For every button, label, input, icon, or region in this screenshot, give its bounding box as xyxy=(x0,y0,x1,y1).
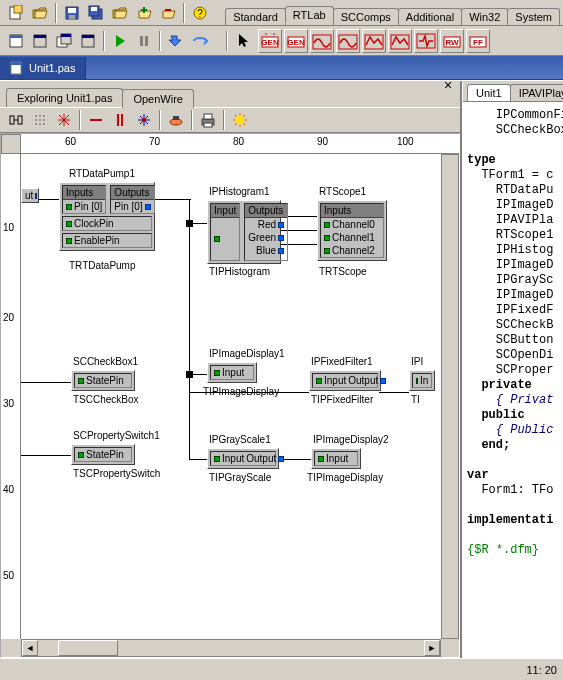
code-line: { Public xyxy=(467,423,553,437)
separator xyxy=(55,3,57,23)
pause-button[interactable] xyxy=(133,30,155,52)
pin-label: Input xyxy=(222,453,244,464)
palette-tab-standard[interactable]: Standard xyxy=(225,8,286,25)
palette-component-8[interactable]: RW xyxy=(440,29,464,53)
component-rtdatapump[interactable]: Inputs Pin [0] Outputs Pin [0] ClockPin … xyxy=(59,182,155,251)
component-rtscope[interactable]: Inputs Channel0 Channel1 Channel2 xyxy=(317,200,387,261)
code-line: private xyxy=(467,378,532,392)
palette-tab-sccomps[interactable]: SCComps xyxy=(333,8,399,25)
component-label: RTScope1 xyxy=(319,186,366,197)
component-iphistogram[interactable]: Input Outputs Red Green Blue xyxy=(207,200,281,264)
component-ipfixedfilter[interactable]: InputOutput xyxy=(309,370,381,391)
palette-component-4[interactable] xyxy=(336,29,360,53)
view-unit-button[interactable] xyxy=(5,30,27,52)
designer-tabs: Exploring Unit1.pas OpenWire xyxy=(0,81,460,107)
file-tab-unit1[interactable]: Unit1.pas xyxy=(0,57,86,79)
svg-point-53 xyxy=(236,116,244,124)
code-tab-unit1[interactable]: Unit1 xyxy=(467,84,511,101)
svg-rect-3 xyxy=(68,8,76,13)
designer-toolbar xyxy=(0,107,460,133)
scroll-right-button[interactable]: ► xyxy=(424,640,440,656)
svg-rect-16 xyxy=(61,34,71,37)
code-line: IPImageD xyxy=(467,258,553,272)
component-label: RTDataPump1 xyxy=(69,168,135,179)
pin-label: Channel0 xyxy=(332,219,375,230)
ow-tool-8[interactable] xyxy=(229,109,251,131)
code-line: IPImageD xyxy=(467,198,553,212)
ow-tool-5[interactable] xyxy=(109,109,131,131)
component-cutoff-left[interactable]: ut xyxy=(21,188,39,203)
palette-component-2[interactable]: GEN xyxy=(284,29,308,53)
ow-tool-3[interactable] xyxy=(53,109,75,131)
component-scpropertyswitch[interactable]: StatePin xyxy=(71,444,135,465)
design-canvas[interactable]: 60 70 80 90 100 10 20 30 40 50 xyxy=(0,133,460,658)
ow-print-button[interactable] xyxy=(197,109,219,131)
svg-rect-19 xyxy=(140,36,143,46)
ow-tool-2[interactable] xyxy=(29,109,51,131)
cursor-position: 11: 20 xyxy=(526,664,557,676)
component-ipimagedisplay2[interactable]: Input xyxy=(311,448,361,469)
svg-point-43 xyxy=(43,119,45,121)
separator xyxy=(103,31,105,51)
close-panel-button[interactable]: × xyxy=(444,81,454,91)
toggle-form-unit-button[interactable] xyxy=(53,30,75,52)
open-button[interactable] xyxy=(29,2,51,24)
ow-tool-6[interactable] xyxy=(133,109,155,131)
trace-into-button[interactable] xyxy=(165,30,187,52)
component-ipgrayscale[interactable]: InputOutput xyxy=(207,448,279,469)
ruler-tick: 30 xyxy=(3,398,14,409)
palette-pointer-button[interactable] xyxy=(232,29,256,53)
code-line: RTScope1 xyxy=(467,228,553,242)
step-over-button[interactable] xyxy=(189,30,211,52)
code-pane: Unit1 IPAVIPlayer IPCommonFi SCCheckBox … xyxy=(462,81,563,658)
ow-tool-4[interactable] xyxy=(85,109,107,131)
code-tabs: Unit1 IPAVIPlayer xyxy=(463,81,563,102)
designer-tab-openwire[interactable]: OpenWire xyxy=(122,89,194,108)
col-header: Outputs xyxy=(111,186,153,200)
new-items-button[interactable] xyxy=(5,2,27,24)
palette-component-1[interactable]: GEN xyxy=(258,29,282,53)
code-line: var xyxy=(467,468,489,482)
wire-node xyxy=(186,220,193,227)
scroll-left-button[interactable]: ◄ xyxy=(22,640,38,656)
palette-tab-system[interactable]: System xyxy=(507,8,560,25)
designer-tab-exploring[interactable]: Exploring Unit1.pas xyxy=(6,88,123,107)
main-area: × Exploring Unit1.pas OpenWire 60 70 xyxy=(0,80,563,658)
code-editor[interactable]: IPCommonFi SCCheckBox type TForm1 = c RT… xyxy=(463,102,563,658)
wire-node xyxy=(186,371,193,378)
scrollbar-vertical[interactable] xyxy=(441,154,459,639)
component-ipi[interactable]: In xyxy=(409,370,435,391)
save-all-button[interactable] xyxy=(85,2,107,24)
palette-tab-rtlab[interactable]: RTLab xyxy=(285,6,334,24)
svg-point-46 xyxy=(43,123,45,125)
component-ipimagedisplay1[interactable]: Input xyxy=(207,362,257,383)
run-button[interactable] xyxy=(109,30,131,52)
svg-rect-35 xyxy=(11,62,21,65)
code-tab-ipaviplayer[interactable]: IPAVIPlayer xyxy=(510,84,563,101)
pascal-file-icon xyxy=(10,61,24,75)
view-form-button[interactable] xyxy=(29,30,51,52)
canvas[interactable]: ut RTDataPump1 Inputs Pin [0] Outputs Pi… xyxy=(21,154,441,639)
palette-tab-win32[interactable]: Win32 xyxy=(461,8,508,25)
palette-component-3[interactable] xyxy=(310,29,334,53)
add-to-project-button[interactable] xyxy=(133,2,155,24)
component-sccheckbox[interactable]: StatePin xyxy=(71,370,135,391)
palette-component-9[interactable]: FF xyxy=(466,29,490,53)
ow-tool-7[interactable] xyxy=(165,109,187,131)
palette-tab-additional[interactable]: Additional xyxy=(398,8,462,25)
ow-tool-1[interactable] xyxy=(5,109,27,131)
open-project-button[interactable] xyxy=(109,2,131,24)
help-button[interactable]: ? xyxy=(189,2,211,24)
save-button[interactable] xyxy=(61,2,83,24)
code-line: end; xyxy=(467,438,510,452)
palette-component-7[interactable] xyxy=(414,29,438,53)
scroll-thumb[interactable] xyxy=(58,640,118,656)
palette-component-6[interactable] xyxy=(388,29,412,53)
separator xyxy=(159,31,161,51)
remove-from-project-button[interactable] xyxy=(157,2,179,24)
new-form-button[interactable] xyxy=(77,30,99,52)
palette-component-5[interactable] xyxy=(362,29,386,53)
scrollbar-horizontal[interactable]: ◄ ► xyxy=(21,639,441,657)
pin-label: ClockPin xyxy=(74,218,113,229)
component-type: TRTScope xyxy=(319,266,367,277)
